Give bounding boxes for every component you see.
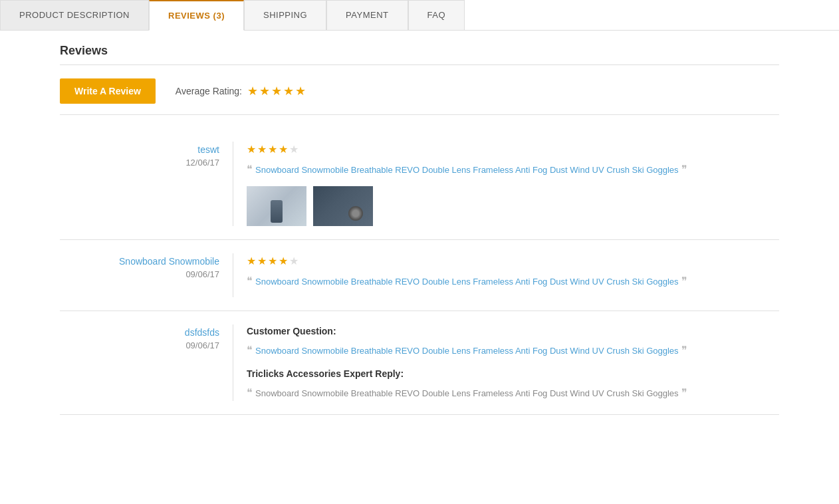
review-divider-1 xyxy=(233,142,233,226)
star-2: ★ xyxy=(259,84,270,98)
review-author-3: dsfdsfds xyxy=(60,327,219,338)
average-rating-stars: ★ ★ ★ ★ ★ xyxy=(247,84,306,98)
review-item-3: dsfdsfds 09/06/17 Customer Question: ❝Sn… xyxy=(60,311,779,415)
quote-open-icon-1: ❝ xyxy=(247,164,253,175)
quote-close-icon-reply: ❞ xyxy=(681,387,687,398)
reviews-title: Reviews xyxy=(60,44,779,65)
review-content-1: ★ ★ ★ ★ ★ ❝Snowboard Snowmobile Breathab… xyxy=(247,142,779,226)
review-text-2: ❝Snowboard Snowmobile Breathable REVO Do… xyxy=(247,273,779,290)
tab-faq[interactable]: FAQ xyxy=(408,0,465,30)
average-rating: Average Rating: ★ ★ ★ ★ ★ xyxy=(176,84,306,98)
star-4: ★ xyxy=(283,84,294,98)
star-1: ★ xyxy=(247,84,258,98)
reviews-section: Reviews Write A Review Average Rating: ★… xyxy=(0,31,839,428)
quote-open-icon-2: ❝ xyxy=(247,275,253,287)
review-text-1: ❝Snowboard Snowmobile Breathable REVO Do… xyxy=(247,161,779,178)
average-rating-label: Average Rating: xyxy=(176,86,242,96)
quote-open-icon-reply: ❝ xyxy=(247,387,253,398)
quote-close-icon-2: ❞ xyxy=(681,275,687,287)
tab-shipping[interactable]: SHIPPING xyxy=(244,0,326,30)
review-author-col-2: Snowboard Snowmobile 09/06/17 xyxy=(60,253,233,298)
tab-product-description[interactable]: PRODUCT DESCRIPTION xyxy=(0,0,149,30)
review-date-1: 12/06/17 xyxy=(60,158,219,168)
review-date-3: 09/06/17 xyxy=(60,340,219,350)
review-author-col-1: teswt 12/06/17 xyxy=(60,142,233,226)
reply-text-3: ❝Snowboard Snowmobile Breathable REVO Do… xyxy=(247,384,779,402)
tab-payment[interactable]: PAYMENT xyxy=(326,0,408,30)
quote-close-icon-1: ❞ xyxy=(681,164,687,175)
review-image-1b xyxy=(313,186,373,226)
review-image-1a xyxy=(247,186,306,226)
star-3: ★ xyxy=(271,84,282,98)
star-5: ★ xyxy=(295,84,306,98)
review-item-2: Snowboard Snowmobile 09/06/17 ★ ★ ★ ★ ★ … xyxy=(60,240,779,312)
review-content-2: ★ ★ ★ ★ ★ ❝Snowboard Snowmobile Breathab… xyxy=(247,253,779,298)
tab-reviews[interactable]: REVIEWS (3) xyxy=(149,0,244,31)
product-tabs: PRODUCT DESCRIPTION REVIEWS (3) SHIPPING… xyxy=(0,0,839,31)
tab-reviews-count: (3) xyxy=(213,11,225,21)
expert-reply-label: Triclicks Accessories Expert Reply: xyxy=(247,368,779,379)
review-divider-3 xyxy=(233,324,233,401)
quote-close-icon-3: ❞ xyxy=(681,344,687,356)
customer-question-label: Customer Question: xyxy=(247,326,779,336)
review-content-3: Customer Question: ❝Snowboard Snowmobile… xyxy=(247,324,779,401)
review-stars-2: ★ ★ ★ ★ ★ xyxy=(247,255,299,267)
quote-open-icon-3: ❝ xyxy=(247,344,253,356)
write-review-button[interactable]: Write A Review xyxy=(60,78,156,104)
review-text-3: ❝Snowboard Snowmobile Breathable REVO Do… xyxy=(247,342,779,359)
review-item-1: teswt 12/06/17 ★ ★ ★ ★ ★ ❝Snowboard Snow… xyxy=(60,128,779,240)
review-date-2: 09/06/17 xyxy=(60,269,219,279)
tab-reviews-label: REVIEWS xyxy=(168,11,213,21)
reviews-header: Write A Review Average Rating: ★ ★ ★ ★ ★ xyxy=(60,78,779,115)
review-author-1: teswt xyxy=(60,144,219,155)
review-stars-1: ★ ★ ★ ★ ★ xyxy=(247,143,299,156)
review-author-col-3: dsfdsfds 09/06/17 xyxy=(60,324,233,401)
review-author-2: Snowboard Snowmobile xyxy=(60,256,219,267)
review-images-1 xyxy=(247,186,779,226)
review-divider-2 xyxy=(233,253,233,298)
